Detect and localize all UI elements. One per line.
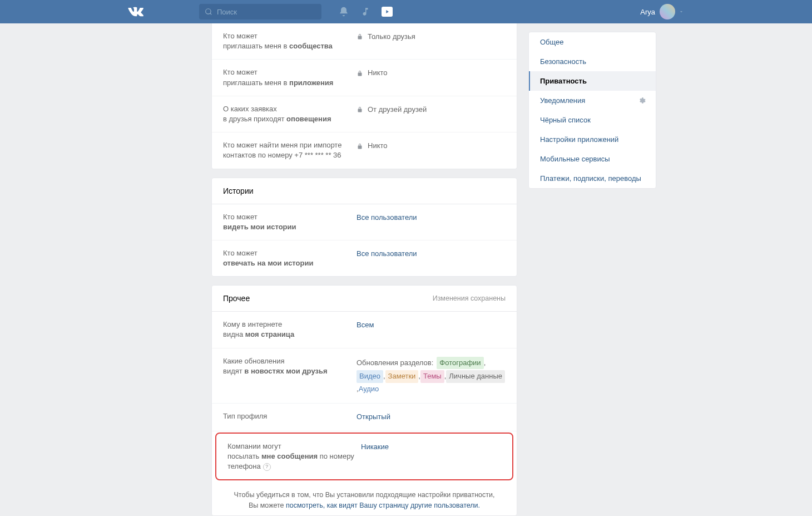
setting-label: Кто можетприглашать меня в сообщества [223, 31, 357, 51]
search-icon [205, 8, 212, 16]
search-input[interactable] [217, 8, 300, 16]
setting-row: Какие обновлениявидят в новостях мои дру… [212, 348, 517, 404]
setting-value[interactable]: Открытый [357, 411, 506, 423]
sidebar-item-label: Чёрный список [540, 116, 591, 124]
contact-settings-block: Кто можетприглашать меня в сообществаТол… [211, 23, 517, 169]
avatar [660, 4, 675, 19]
setting-value[interactable]: Никто [357, 67, 506, 79]
setting-value[interactable]: Всем [357, 320, 506, 331]
sidebar-item-2[interactable]: Приватность [529, 71, 656, 91]
setting-label: Тип профиля [223, 411, 357, 421]
sidebar-item-4[interactable]: Чёрный список [529, 110, 656, 130]
lock-icon [357, 143, 363, 150]
sidebar-item-label: Безопасность [540, 57, 586, 66]
other-header: Прочее Изменения сохранены [212, 286, 517, 312]
setting-label: Кто можетприглашать меня в приложения [223, 67, 357, 87]
setting-row: Кто можетотвечать на мои историиВсе поль… [212, 240, 517, 276]
update-tag[interactable]: Личные данные [446, 370, 505, 383]
setting-value[interactable]: Все пользователи [357, 248, 506, 260]
gear-icon[interactable] [638, 97, 646, 105]
search-box[interactable] [199, 4, 321, 19]
setting-label: О каких заявкахв друзья приходят оповеще… [223, 104, 357, 124]
sidebar-item-label: Общее [540, 38, 564, 46]
settings-sidebar: ОбщееБезопасностьПриватностьУведомленияЧ… [528, 32, 656, 189]
setting-value[interactable]: Никто [357, 140, 506, 152]
user-name: Arya [640, 8, 655, 16]
music-icon[interactable] [360, 7, 370, 17]
setting-value[interactable]: От друзей друзей [357, 104, 506, 116]
update-tag[interactable]: Темы [420, 370, 444, 383]
sidebar-item-label: Платежи, подписки, переводы [540, 174, 641, 183]
sidebar-item-7[interactable]: Платежи, подписки, переводы [529, 169, 656, 188]
vk-logo-icon[interactable] [128, 4, 143, 19]
setting-value[interactable]: Никакие [361, 441, 501, 453]
lock-icon [357, 33, 363, 40]
top-header: Arya [0, 0, 812, 23]
stories-header: Истории [212, 178, 517, 204]
sidebar-item-3[interactable]: Уведомления [529, 91, 656, 110]
update-tag[interactable]: Фотографии [437, 357, 483, 370]
sidebar-item-label: Приватность [540, 77, 587, 85]
setting-row: Тип профиляОткрытый [212, 404, 517, 431]
setting-row: О каких заявкахв друзья приходят оповеще… [212, 96, 517, 132]
setting-label: Компании могутпосылать мне сообщения по … [227, 441, 361, 472]
help-icon[interactable]: ? [263, 463, 271, 471]
other-title: Прочее [223, 294, 250, 303]
highlighted-setting: Компании могутпосылать мне сообщения по … [215, 433, 513, 481]
bell-icon[interactable] [338, 6, 349, 17]
setting-label: Кто может найти меня при импорте контакт… [223, 140, 357, 160]
setting-row: Кому в интернетевидна моя страницаВсем [212, 312, 517, 348]
other-block: Прочее Изменения сохранены Кому в интерн… [211, 285, 517, 516]
stories-title: Истории [223, 186, 254, 195]
sidebar-item-label: Мобильные сервисы [540, 155, 610, 163]
lock-icon [357, 70, 363, 77]
setting-label: Какие обновлениявидят в новостях мои дру… [223, 356, 357, 376]
svg-line-1 [210, 13, 212, 15]
setting-value[interactable]: Все пользователи [357, 212, 506, 224]
setting-row: Кто можетприглашать меня в сообществаТол… [212, 23, 517, 60]
setting-value[interactable]: Обновления разделов: Фотографии , Видео … [357, 356, 506, 395]
sidebar-item-label: Настройки приложений [540, 135, 618, 144]
setting-label: Кто можетвидеть мои истории [223, 212, 357, 232]
lock-icon [357, 106, 363, 113]
sidebar-item-1[interactable]: Безопасность [529, 52, 656, 71]
setting-row: Компании могутпосылать мне сообщения по … [216, 434, 512, 480]
sidebar-item-label: Уведомления [540, 96, 585, 105]
setting-label: Кому в интернетевидна моя страница [223, 320, 357, 340]
setting-value[interactable]: Только друзья [357, 31, 506, 43]
sidebar-item-5[interactable]: Настройки приложений [529, 130, 656, 149]
update-tag[interactable]: Заметки [385, 370, 419, 383]
update-tag[interactable]: Видео [357, 370, 383, 383]
update-tag[interactable]: Аудио [359, 384, 379, 395]
setting-row: Кто может найти меня при импорте контакт… [212, 132, 517, 168]
svg-point-0 [206, 9, 211, 14]
user-menu[interactable]: Arya [640, 4, 684, 19]
setting-label: Кто можетотвечать на мои истории [223, 248, 357, 268]
chevron-down-icon [679, 9, 684, 14]
setting-row: Кто можетвидеть мои историиВсе пользоват… [212, 204, 517, 240]
setting-row: Кто можетприглашать меня в приложенияНик… [212, 60, 517, 96]
video-icon[interactable] [382, 7, 393, 17]
footer-note: Чтобы убедиться в том, что Вы установили… [212, 481, 517, 515]
sidebar-item-6[interactable]: Мобильные сервисы [529, 149, 656, 169]
sidebar-item-0[interactable]: Общее [529, 32, 656, 52]
stories-block: Истории Кто можетвидеть мои историиВсе п… [211, 178, 517, 277]
see-as-others-link[interactable]: посмотреть, как видят Вашу страницу друг… [286, 502, 480, 509]
saved-indicator: Изменения сохранены [433, 294, 506, 302]
